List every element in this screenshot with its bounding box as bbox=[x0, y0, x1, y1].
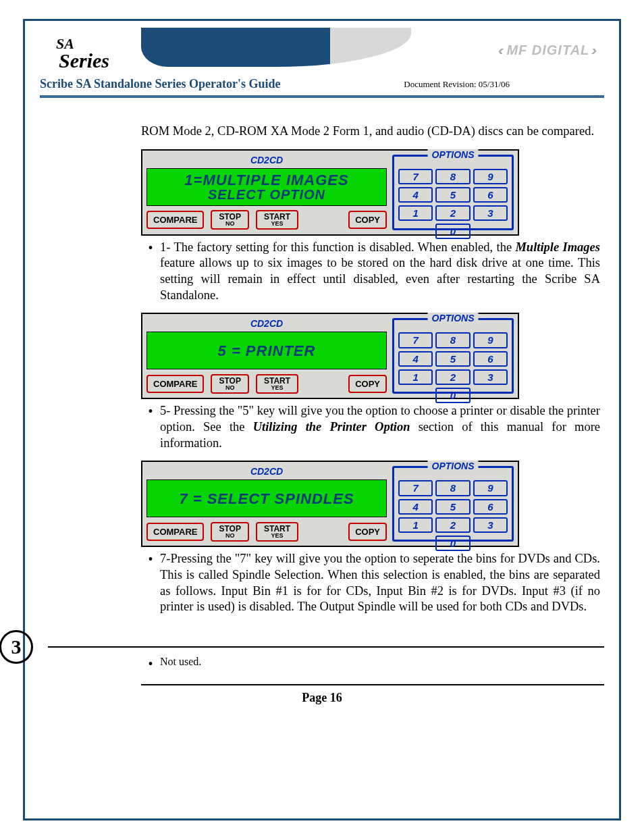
bottom-rule bbox=[141, 684, 604, 685]
doc-title: Scribe SA Standalone Series Operator's G… bbox=[40, 77, 281, 91]
lcd-line1: 1=MULTIPLE IMAGES bbox=[184, 172, 348, 188]
options-keypad: OPTIONS 7 8 9 4 5 6 1 2 3 0 bbox=[392, 318, 514, 394]
key-3[interactable]: 3 bbox=[473, 517, 508, 533]
mf-digital-logo: ‹MF DIGITAL› bbox=[499, 43, 597, 58]
key-6[interactable]: 6 bbox=[473, 499, 508, 515]
brand-logo: SA Series bbox=[59, 37, 109, 70]
key-4[interactable]: 4 bbox=[398, 351, 433, 367]
cd2cd-label: CD2CD bbox=[146, 318, 387, 332]
compare-button[interactable]: COMPARE bbox=[146, 375, 204, 393]
brand-line2: Series bbox=[59, 49, 109, 72]
section-3-body: • Not used. bbox=[141, 656, 604, 671]
bullet-text: 7-Pressing the "7" key will give you the… bbox=[160, 551, 600, 615]
start-button[interactable]: STARTYES bbox=[256, 210, 298, 230]
bullet-3: • 7-Pressing the "7" key will give you t… bbox=[141, 551, 600, 615]
key-9[interactable]: 9 bbox=[473, 332, 508, 348]
key-2[interactable]: 2 bbox=[435, 517, 470, 533]
start-button[interactable]: STARTYES bbox=[256, 374, 298, 394]
key-7[interactable]: 7 bbox=[398, 169, 433, 184]
copy-button[interactable]: COPY bbox=[348, 211, 387, 229]
key-0[interactable]: 0 bbox=[435, 388, 470, 403]
key-6[interactable]: 6 bbox=[473, 187, 508, 203]
body-content: ROM Mode 2, CD-ROM XA Mode 2 Form 1, and… bbox=[141, 124, 600, 615]
key-5[interactable]: 5 bbox=[435, 351, 470, 367]
cd2cd-label: CD2CD bbox=[146, 155, 387, 168]
bullet-icon: • bbox=[141, 656, 160, 671]
lcd-screen: 5 = PRINTER bbox=[146, 332, 387, 369]
doc-revision: Document Revision: 05/31/06 bbox=[404, 79, 510, 90]
panel-left: CD2CD 5 = PRINTER COMPARE STOPNO STARTYE… bbox=[146, 318, 387, 394]
bullet-text: Not used. bbox=[160, 656, 604, 671]
key-4[interactable]: 4 bbox=[398, 499, 433, 515]
key-2[interactable]: 2 bbox=[435, 369, 470, 385]
start-button[interactable]: STARTYES bbox=[256, 522, 298, 542]
device-panel-3: CD2CD 7 = SELECT SPINDLES COMPARE STOPNO… bbox=[141, 461, 519, 547]
section-rule bbox=[48, 646, 604, 648]
intro-paragraph: ROM Mode 2, CD-ROM XA Mode 2 Form 1, and… bbox=[141, 124, 600, 140]
options-label: OPTIONS bbox=[427, 461, 478, 473]
bullet-icon: • bbox=[141, 551, 160, 615]
key-6[interactable]: 6 bbox=[473, 351, 508, 367]
key-7[interactable]: 7 bbox=[398, 480, 433, 496]
device-panel-1: CD2CD 1=MULTIPLE IMAGES SELECT OPTION CO… bbox=[141, 149, 519, 236]
bullet-not-used: • Not used. bbox=[141, 656, 604, 671]
bullet-icon: • bbox=[141, 240, 160, 304]
stop-button[interactable]: STOPNO bbox=[211, 210, 248, 230]
section-number-circle: 3 bbox=[0, 630, 33, 664]
bullet-icon: • bbox=[141, 403, 160, 451]
options-keypad: OPTIONS 7 8 9 4 5 6 1 2 3 0 bbox=[392, 466, 514, 542]
key-3[interactable]: 3 bbox=[473, 205, 508, 221]
stop-button[interactable]: STOPNO bbox=[211, 374, 248, 394]
lcd-screen: 1=MULTIPLE IMAGES SELECT OPTION bbox=[146, 168, 387, 206]
key-0[interactable]: 0 bbox=[435, 224, 470, 239]
bullet-2: • 5- Pressing the "5" key will give you … bbox=[141, 403, 600, 451]
page-header: SA Series ‹MF DIGITAL› Scribe SA Standal… bbox=[40, 33, 604, 98]
key-0[interactable]: 0 bbox=[435, 536, 470, 551]
options-keypad: OPTIONS 7 8 9 4 5 6 1 2 3 0 bbox=[392, 155, 514, 230]
key-9[interactable]: 9 bbox=[473, 169, 508, 184]
bullet-text: 1- The factory setting for this function… bbox=[160, 240, 600, 304]
key-4[interactable]: 4 bbox=[398, 187, 433, 203]
options-label: OPTIONS bbox=[427, 149, 478, 161]
key-7[interactable]: 7 bbox=[398, 332, 433, 348]
lcd-line2: SELECT OPTION bbox=[208, 188, 325, 202]
key-2[interactable]: 2 bbox=[435, 205, 470, 221]
key-1[interactable]: 1 bbox=[398, 369, 433, 385]
button-row: COMPARE STOPNO STARTYES COPY bbox=[146, 521, 387, 542]
header-swoosh bbox=[141, 28, 411, 67]
bullet-1: • 1- The factory setting for this functi… bbox=[141, 240, 600, 304]
key-1[interactable]: 1 bbox=[398, 517, 433, 533]
page: SA Series ‹MF DIGITAL› Scribe SA Standal… bbox=[0, 0, 644, 834]
panel-left: CD2CD 1=MULTIPLE IMAGES SELECT OPTION CO… bbox=[146, 155, 387, 230]
stop-button[interactable]: STOPNO bbox=[211, 522, 248, 542]
key-8[interactable]: 8 bbox=[435, 169, 470, 184]
key-8[interactable]: 8 bbox=[435, 480, 470, 496]
bullet-text: 5- Pressing the "5" key will give you th… bbox=[160, 403, 600, 451]
compare-button[interactable]: COMPARE bbox=[146, 523, 204, 541]
button-row: COMPARE STOPNO STARTYES COPY bbox=[146, 210, 387, 230]
panel-left: CD2CD 7 = SELECT SPINDLES COMPARE STOPNO… bbox=[146, 466, 387, 542]
options-label: OPTIONS bbox=[427, 313, 478, 325]
lcd-line1: 7 = SELECT SPINDLES bbox=[179, 491, 354, 506]
page-number: Page 16 bbox=[40, 691, 604, 705]
copy-button[interactable]: COPY bbox=[348, 523, 387, 541]
key-1[interactable]: 1 bbox=[398, 205, 433, 221]
copy-button[interactable]: COPY bbox=[348, 375, 387, 393]
compare-button[interactable]: COMPARE bbox=[146, 211, 204, 229]
key-5[interactable]: 5 bbox=[435, 499, 470, 515]
key-3[interactable]: 3 bbox=[473, 369, 508, 385]
device-panel-2: CD2CD 5 = PRINTER COMPARE STOPNO STARTYE… bbox=[141, 313, 519, 399]
lcd-screen: 7 = SELECT SPINDLES bbox=[146, 479, 387, 517]
key-8[interactable]: 8 bbox=[435, 332, 470, 348]
lcd-line1: 5 = PRINTER bbox=[218, 343, 316, 359]
key-9[interactable]: 9 bbox=[473, 480, 508, 496]
button-row: COMPARE STOPNO STARTYES COPY bbox=[146, 373, 387, 394]
cd2cd-label: CD2CD bbox=[146, 466, 387, 479]
key-5[interactable]: 5 bbox=[435, 187, 470, 203]
page-frame: SA Series ‹MF DIGITAL› Scribe SA Standal… bbox=[23, 19, 621, 820]
